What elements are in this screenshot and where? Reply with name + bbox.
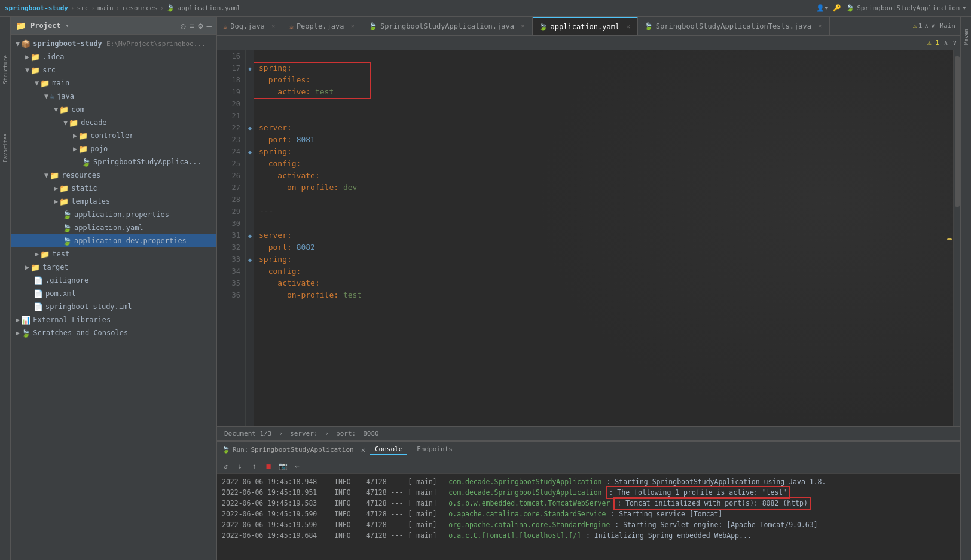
- tree-item-iml[interactable]: 📄 springboot-study.iml: [11, 300, 216, 313]
- tab-people-java[interactable]: ☕ People.java ✕: [283, 17, 362, 35]
- tree-item-com[interactable]: ▼ 📁 com: [11, 103, 216, 116]
- console-toolbar: ↺ ↓ ↑ ■ 📷 ⇐: [217, 458, 960, 474]
- run-tab-bar: 🍃 Run: SpringbootStudyApplication ✕ Cons…: [217, 442, 960, 458]
- nav-down[interactable]: ∨: [952, 39, 957, 47]
- code-line-22: server:: [259, 122, 948, 134]
- gutter: ◆ ◆ ◆ ◆ ◆: [246, 50, 254, 426]
- tree-item-test[interactable]: ▶ 📁 test: [11, 247, 216, 261]
- project-icon: 📦: [21, 39, 30, 48]
- project-folder-icon: 📁: [16, 21, 26, 30]
- log-line-1: 2022-06-06 19:45:18.948 INFO 47128 --- […: [222, 476, 955, 487]
- locate-icon[interactable]: ◎: [181, 21, 185, 30]
- tab-yaml-close[interactable]: ✕: [625, 23, 631, 30]
- libs-icon: 📊: [21, 316, 30, 325]
- options-icon[interactable]: ⚙: [198, 21, 203, 30]
- tab-app-tests-java[interactable]: 🍃 SpringbootStudyApplicationTests.java ✕: [638, 17, 830, 35]
- tree-item-springbootapp[interactable]: 🍃 SpringbootStudyApplica...: [11, 155, 216, 169]
- code-line-27: on-profile: dev: [259, 182, 948, 194]
- code-line-29: ---: [259, 206, 948, 218]
- tab-bar-right: ⚠ 1 ∧ ∨ Main: [908, 17, 960, 35]
- tab-app-close[interactable]: ✕: [520, 22, 526, 30]
- panel-minimize-icon[interactable]: —: [207, 21, 212, 30]
- tree-item-springboot-study[interactable]: ▼ 📦 springboot-study E:\MyProject\spring…: [11, 37, 216, 50]
- log-line-5: 2022-06-06 19:45:19.590 INFO 47128 --- […: [222, 519, 955, 530]
- editor-status-bar: Document 1/3 › server: › port: 8080: [217, 426, 960, 440]
- tree-item-idea[interactable]: ▶ 📁 .idea: [11, 50, 216, 63]
- code-line-17: spring:: [259, 62, 948, 74]
- editor-scrollbar[interactable]: [953, 50, 960, 426]
- java-tab-icon: ☕: [223, 22, 227, 30]
- code-line-35: activate:: [259, 277, 948, 289]
- code-line-21: [259, 110, 948, 122]
- folder-icon-target: 📁: [30, 263, 40, 272]
- code-line-32: port: 8082: [259, 241, 948, 253]
- stop-button[interactable]: ■: [262, 460, 274, 472]
- tree-item-pojo[interactable]: ▶ 📁 pojo: [11, 142, 216, 155]
- code-editor[interactable]: 16 17 18 19 20 21 22 23 24 25 26 27 28 2…: [217, 50, 960, 426]
- tree-item-controller[interactable]: ▶ 📁 controller: [11, 129, 216, 142]
- code-line-33: spring:: [259, 253, 948, 265]
- structure-icon[interactable]: Structure: [2, 55, 8, 84]
- restart-button[interactable]: ↺: [219, 460, 231, 472]
- scroll-up-button[interactable]: ↑: [248, 460, 260, 472]
- tree-item-app-props[interactable]: 🍃 application.properties: [11, 208, 216, 221]
- run-config[interactable]: 🍃 SpringbootStudyApplication ▾: [846, 4, 966, 12]
- nav-up[interactable]: ∧: [944, 39, 948, 47]
- tree-item-target[interactable]: ▶ 📁 target: [11, 261, 216, 274]
- folder-icon-com: 📁: [59, 105, 69, 114]
- tab-application-yaml[interactable]: 🍃 application.yaml ✕: [533, 17, 638, 35]
- java-src-icon: ☕: [50, 92, 54, 101]
- folder-icon-templates: 📁: [59, 197, 69, 206]
- breadcrumb-project[interactable]: springboot-study: [5, 4, 68, 12]
- log-line-3: 2022-06-06 19:45:19.583 INFO 47128 --- […: [222, 498, 955, 509]
- tree-item-scratches[interactable]: ▶ 🍃 Scratches and Consoles: [11, 326, 216, 339]
- tree-item-gitignore[interactable]: 📄 .gitignore: [11, 274, 216, 287]
- user-icon[interactable]: 👤▾: [816, 4, 829, 12]
- gutter-arrow-17: ◆: [246, 62, 254, 74]
- align-button[interactable]: ⇐: [291, 460, 303, 472]
- tab-springboot-app-java[interactable]: 🍃 SpringbootStudyApplication.java ✕: [362, 17, 533, 35]
- tree-item-resources[interactable]: ▼ 📁 resources: [11, 169, 216, 182]
- editor-and-console: 16 17 18 19 20 21 22 23 24 25 26 27 28 2…: [217, 50, 960, 560]
- run-tab-endpoints[interactable]: Endpoints: [412, 444, 457, 455]
- breadcrumb: springboot-study › src › main › resource…: [5, 4, 240, 12]
- git-file-icon: 📄: [33, 276, 43, 285]
- code-line-16: [259, 50, 948, 62]
- run-close-icon[interactable]: ✕: [361, 446, 365, 454]
- code-content[interactable]: spring: profiles: active: test server: p…: [254, 50, 953, 426]
- tab-people-close[interactable]: ✕: [349, 22, 356, 30]
- tree-item-app-dev-props[interactable]: 🍃 application-dev.properties: [11, 234, 216, 247]
- scroll-end-button[interactable]: ↓: [234, 460, 246, 472]
- tab-dog-java[interactable]: ☕ Dog.java ✕: [217, 17, 283, 35]
- code-line-30: [259, 218, 948, 229]
- tab-dog-close[interactable]: ✕: [270, 22, 277, 30]
- settings-icon[interactable]: 🔑: [833, 4, 841, 12]
- right-sidebar: Maven: [960, 17, 971, 560]
- run-tab-console[interactable]: Console: [370, 444, 407, 455]
- scrollbar-marker: [947, 238, 952, 240]
- main-layout: Structure Favorites 📁 Project ▾ ◎ ≡ ⚙ — …: [0, 17, 971, 560]
- tree-item-static[interactable]: ▶ 📁 static: [11, 182, 216, 195]
- camera-button[interactable]: 📷: [277, 460, 289, 472]
- warning-inline: ⚠ 1: [927, 39, 939, 47]
- tree-item-templates[interactable]: ▶ 📁 templates: [11, 195, 216, 208]
- xml-file-icon: 📄: [33, 289, 43, 298]
- tree-item-main[interactable]: ▼ 📁 main: [11, 76, 216, 90]
- collapse-icon[interactable]: ≡: [190, 21, 194, 30]
- tree-item-decade[interactable]: ▼ 📁 decade: [11, 116, 216, 129]
- run-label: 🍃 Run: SpringbootStudyApplication: [222, 446, 354, 454]
- tree-item-app-yaml[interactable]: 🍃 application.yaml: [11, 221, 216, 234]
- tree-item-src[interactable]: ▼ 📁 src: [11, 63, 216, 76]
- scratch-icon: 🍃: [21, 329, 30, 338]
- favorites-icon[interactable]: Favorites: [2, 133, 8, 163]
- folder-icon-src: 📁: [30, 66, 40, 75]
- code-line-34: config:: [259, 265, 948, 277]
- tree-item-pom[interactable]: 📄 pom.xml: [11, 287, 216, 300]
- folder-icon-pojo: 📁: [78, 145, 88, 154]
- java-tab-icon3: 🍃: [368, 22, 377, 30]
- tree-item-java[interactable]: ▼ ☕ java: [11, 90, 216, 103]
- tree-item-external-libs[interactable]: ▶ 📊 External Libraries: [11, 313, 216, 326]
- tab-tests-close[interactable]: ✕: [817, 22, 823, 30]
- maven-panel[interactable]: Maven: [963, 29, 969, 45]
- status-key1: server:: [290, 430, 317, 437]
